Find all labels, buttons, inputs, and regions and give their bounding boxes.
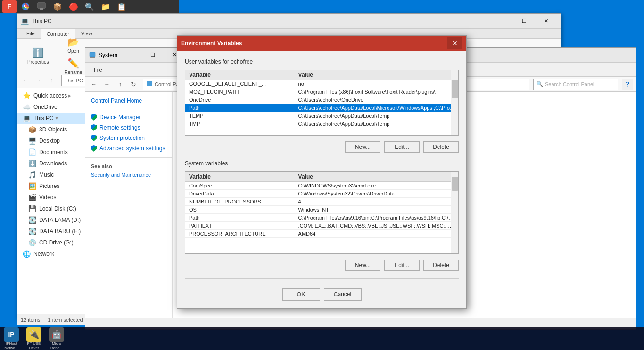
user-edit-button[interactable]: Edit... — [384, 141, 420, 153]
taskbar-app8[interactable]: 📋 — [114, 0, 129, 13]
cp-search-box[interactable]: 🔍 Search Control Panel — [533, 79, 618, 90]
user-new-button[interactable]: New... — [345, 141, 380, 153]
nav-up-button[interactable]: ↑ — [46, 75, 58, 86]
taskbar-chrome[interactable] — [18, 0, 33, 13]
cd-icon: 💿 — [28, 239, 36, 246]
sidebar-label: This PC — [33, 115, 54, 122]
sidebar-label: OneDrive — [33, 104, 58, 110]
music-icon: 🎵 — [28, 171, 36, 179]
star-icon: ⭐ — [23, 92, 31, 99]
shield-icon-4 — [91, 145, 97, 152]
downloads-icon: ⬇️ — [28, 160, 36, 167]
user-table-scrollbar[interactable] — [451, 70, 458, 135]
taskbar-app5[interactable]: 🔴 — [66, 0, 81, 13]
cp-maximize-button[interactable]: ☐ — [142, 48, 164, 63]
cp-remote-settings-link[interactable]: Remote settings — [85, 122, 172, 133]
system-buttons-row: New... Edit... Delete — [185, 258, 459, 273]
taskbar-iphost[interactable]: IP IPHostNetwo... — [0, 327, 23, 350]
table-row[interactable]: DriverData C:\Windows\System32\Drivers\D… — [185, 190, 458, 198]
cp-system-protection-link[interactable]: System protection — [85, 133, 172, 143]
cp-main-link[interactable]: Control Panel Home — [85, 96, 172, 106]
sys-new-button[interactable]: New... — [345, 260, 380, 271]
cancel-button[interactable]: Cancel — [324, 288, 362, 301]
svg-rect-2 — [38, 3, 45, 8]
table-row[interactable]: TMP C:\Users\echofree\AppData\Local\Temp — [185, 120, 458, 128]
explorer-titlebar: 💻 This PC — ☐ ✕ — [17, 14, 561, 29]
sidebar-label: Downloads — [39, 160, 67, 167]
cp-tab-file[interactable]: File — [89, 65, 107, 74]
sidebar-label: Pictures — [39, 183, 59, 189]
items-count: 12 items — [21, 317, 41, 323]
cp-device-manager-link[interactable]: Device Manager — [85, 112, 172, 122]
taskbar-app7[interactable]: 📁 — [98, 0, 113, 13]
nav-back-button[interactable]: ← — [20, 75, 31, 86]
sidebar-label: Local Disk (C:) — [39, 205, 76, 212]
shield-icon — [91, 114, 97, 121]
sys-table-scrollbar[interactable] — [451, 172, 458, 253]
cp-nav-forward[interactable]: → — [101, 79, 113, 90]
taskbar-app3[interactable] — [34, 0, 49, 13]
cp-nav-refresh[interactable]: ↻ — [128, 79, 139, 90]
taskbar-micro[interactable]: 🤖 MicroRobo... — [45, 327, 68, 350]
svg-rect-8 — [91, 57, 93, 57]
taskbar-app6[interactable]: 🔍 — [82, 0, 97, 13]
table-row[interactable]: NUMBER_OF_PROCESSORS 4 — [185, 198, 458, 206]
sidebar-label: Quick access — [33, 92, 67, 99]
table-row[interactable]: OneDrive C:\Users\echofree\OneDrive — [185, 96, 458, 104]
svg-rect-3 — [40, 8, 43, 10]
ribbon-group-location: ℹ️ Properties — [21, 41, 56, 71]
system-variables-table: Variable Value ComSpec C:\WINDOWS\system… — [185, 172, 458, 238]
ok-button[interactable]: OK — [282, 288, 320, 301]
sidebar-label: 3D Objects — [39, 126, 67, 133]
env-close-button[interactable]: ✕ — [447, 37, 462, 49]
cp-nav-links: Device Manager Remote settings System pr… — [85, 110, 172, 155]
table-row[interactable]: PROCESSOR_ARCHITECTURE AMD64 — [185, 230, 458, 238]
sys-delete-button[interactable]: Delete — [423, 260, 459, 271]
col-variable: Variable — [185, 70, 295, 80]
nav-forward-button[interactable]: → — [33, 75, 44, 86]
maximize-button[interactable]: ☐ — [513, 14, 535, 29]
system-variables-table-container: Variable Value ComSpec C:\WINDOWS\system… — [185, 171, 459, 254]
sidebar-label: DATA BARU (F:) — [39, 228, 81, 235]
sidebar-label: Network — [33, 251, 54, 257]
window-controls: — ☐ ✕ — [492, 14, 557, 29]
svg-rect-9 — [90, 57, 95, 58]
sidebar-label: DATA LAMA (D:) — [39, 217, 81, 223]
table-row-selected[interactable]: Path C:\Users\echofree\AppData\Local\Mic… — [185, 104, 458, 112]
table-row[interactable]: OS Windows_NT — [185, 206, 458, 214]
ribbon-btn-open[interactable]: 📂 Open — [62, 34, 84, 56]
table-row[interactable]: PATHEXT .COM;.EXE;.BAT;.CMD;.VBS;.VBE;.J… — [185, 222, 458, 230]
close-button[interactable]: ✕ — [535, 14, 557, 29]
cp-security-maintenance-link[interactable]: Security and Maintenance — [85, 171, 172, 179]
ribbon-btn-properties[interactable]: ℹ️ Properties — [25, 45, 52, 66]
pictures-icon: 🖼️ — [28, 182, 36, 190]
ribbon-btn-rename[interactable]: ✏️ Rename — [62, 56, 85, 77]
env-dialog-title: Environment Variables — [181, 40, 445, 47]
table-row[interactable]: GOOGLE_DEFAULT_CLIENT_... no — [185, 80, 458, 88]
sidebar-label: Music — [39, 171, 54, 178]
table-row[interactable]: Path C:\Program Files\gs\gs9.16\bin;C:\P… — [185, 214, 458, 222]
tab-file[interactable]: File — [21, 29, 41, 38]
table-row[interactable]: ComSpec C:\WINDOWS\system32\cmd.exe — [185, 182, 458, 190]
taskbar-pt-usb[interactable]: 🔌 PT-USBDriver — [23, 327, 45, 350]
cp-nav-back[interactable]: ← — [88, 79, 99, 90]
svg-rect-7 — [90, 52, 95, 57]
shield-icon-2 — [91, 124, 97, 131]
minimize-button[interactable]: — — [492, 14, 513, 29]
taskbar-foxit[interactable]: F — [2, 0, 17, 13]
table-row[interactable]: TEMP C:\Users\echofree\AppData\Local\Tem… — [185, 112, 458, 120]
cp-minimize-button[interactable]: — — [120, 48, 142, 63]
syscol-variable: Variable — [185, 172, 295, 182]
sys-edit-button[interactable]: Edit... — [384, 260, 420, 271]
cp-help-button[interactable]: ? — [622, 79, 633, 90]
computer-icon: 💻 — [23, 114, 31, 122]
explorer-title: This PC — [32, 18, 489, 24]
table-row[interactable]: MOZ_PLUGIN_PATH C:\Program Files (x86)\F… — [185, 88, 458, 96]
cp-advanced-settings-link[interactable]: Advanced system settings — [85, 143, 172, 154]
cp-nav-up[interactable]: ↑ — [115, 79, 126, 90]
user-variables-table: Variable Value GOOGLE_DEFAULT_CLIENT_...… — [185, 70, 458, 128]
user-delete-button[interactable]: Delete — [423, 141, 459, 153]
shield-icon-3 — [91, 135, 97, 141]
syscol-value: Value — [295, 172, 458, 182]
taskbar-app4[interactable]: 📦 — [50, 0, 65, 13]
